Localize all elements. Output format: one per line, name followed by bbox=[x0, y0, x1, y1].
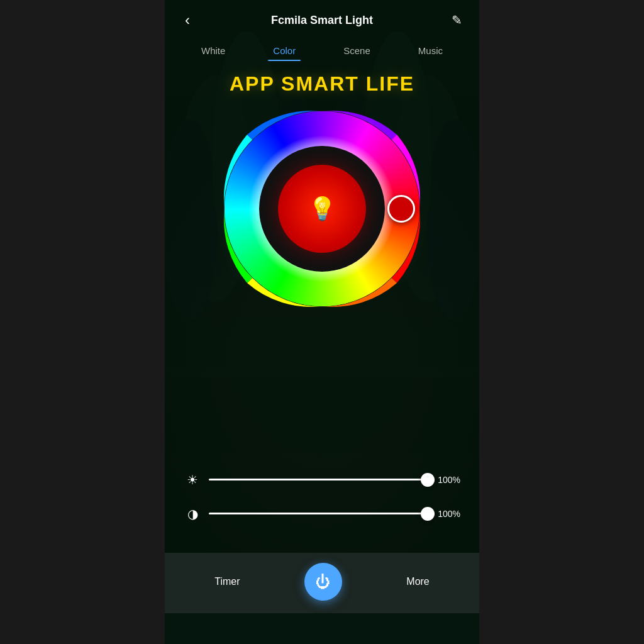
color-wheel-container[interactable]: 💡 bbox=[221, 108, 423, 309]
saturation-thumb[interactable] bbox=[421, 507, 435, 521]
tab-scene[interactable]: Scene bbox=[338, 43, 375, 58]
center-circle[interactable]: 💡 bbox=[278, 165, 366, 253]
more-button[interactable]: More bbox=[396, 571, 439, 592]
brightness-value: 100% bbox=[435, 475, 460, 485]
tab-music[interactable]: Music bbox=[413, 43, 448, 58]
bulb-icon: 💡 bbox=[308, 196, 336, 222]
app-title: APP SMART LIFE bbox=[230, 72, 414, 96]
brightness-row: ☀ 100% bbox=[184, 472, 460, 487]
saturation-slider[interactable] bbox=[209, 513, 428, 515]
saturation-track bbox=[209, 513, 428, 514]
system-back-button[interactable]: ‹ bbox=[286, 621, 289, 634]
header: ‹ Fcmila Smart Light ✎ bbox=[165, 0, 479, 38]
saturation-row: ◑ 100% bbox=[184, 506, 460, 521]
edit-button[interactable]: ✎ bbox=[447, 10, 467, 30]
sliders-section: ☀ 100% ◑ 100% bbox=[165, 453, 479, 553]
system-nav: ‹ bbox=[165, 613, 479, 644]
bottom-bar: Timer ⏻ More bbox=[165, 553, 479, 613]
main-content: APP SMART LIFE bbox=[165, 66, 479, 453]
system-home-indicator[interactable] bbox=[327, 626, 358, 629]
brightness-icon: ☀ bbox=[184, 472, 201, 487]
saturation-value: 100% bbox=[435, 509, 460, 519]
brightness-track bbox=[209, 479, 428, 480]
brightness-slider[interactable] bbox=[209, 479, 428, 481]
power-button[interactable]: ⏻ bbox=[304, 563, 342, 601]
header-title: Fcmila Smart Light bbox=[271, 14, 373, 27]
timer-button[interactable]: Timer bbox=[204, 571, 250, 592]
tab-white[interactable]: White bbox=[196, 43, 230, 58]
tab-color[interactable]: Color bbox=[268, 43, 301, 58]
power-icon: ⏻ bbox=[316, 573, 331, 591]
tabs: White Color Scene Music bbox=[165, 38, 479, 66]
saturation-icon: ◑ bbox=[184, 506, 201, 521]
app-container: ‹ Fcmila Smart Light ✎ White Color Scene… bbox=[165, 0, 479, 644]
back-button[interactable]: ‹ bbox=[177, 10, 197, 30]
phone-frame: ‹ Fcmila Smart Light ✎ White Color Scene… bbox=[165, 0, 479, 644]
color-picker-handle[interactable] bbox=[387, 195, 415, 223]
brightness-thumb[interactable] bbox=[421, 473, 435, 487]
